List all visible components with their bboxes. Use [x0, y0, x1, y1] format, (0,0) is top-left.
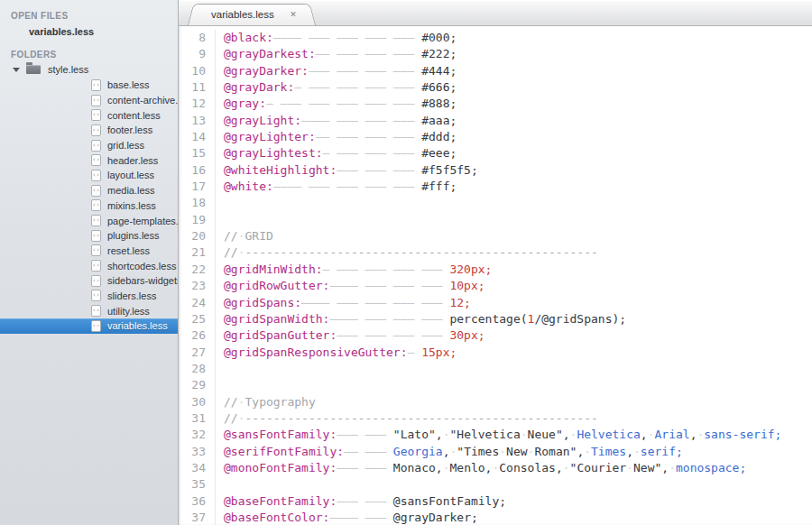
line-content: @gridRowGutter:–——— ——— ——— ——— 10px; [224, 278, 485, 294]
sidebar-file-sliders-less[interactable]: ‹›sliders.less [0, 289, 178, 304]
sidebar-file-utility-less[interactable]: ‹›utility.less [0, 303, 178, 318]
code-line-25[interactable]: 25@gridSpanWidth:–——— ——— ——— ——— percen… [179, 311, 812, 327]
code-line-13[interactable]: 13@grayLight:–——— ——— ——— ——— #aaa; [179, 113, 812, 129]
code-line-36[interactable]: 36@baseFontFamily:——— ——— @sansFontFamil… [179, 493, 812, 510]
sidebar-file-plugins-less[interactable]: ‹›plugins.less [0, 228, 178, 244]
tab-variables-less[interactable]: variables.less ✕ [198, 4, 305, 25]
code-line-22[interactable]: 22@gridMinWidth:— ——— ——— ——— ——— 320px; [179, 262, 812, 278]
code-line-21[interactable]: 21//·-----------------------------------… [179, 244, 812, 261]
code-line-15[interactable]: 15@grayLightest:— ——— ——— ——— #eee; [179, 145, 812, 161]
code-line-19[interactable]: 19 [179, 212, 812, 228]
folder-file-list: ‹›base.less‹›content-archive.less‹›conte… [0, 78, 178, 334]
line-number: 36 [179, 493, 216, 510]
code-line-11[interactable]: 11@grayDark:— ——— ——— ——— ——— #666; [179, 79, 812, 96]
sidebar-file-header-less[interactable]: ‹›header.less [0, 152, 178, 168]
code-line-30[interactable]: 30//·Typography [179, 394, 812, 410]
file-name: shortcodes.less [107, 261, 176, 272]
file-icon: ‹› [91, 124, 101, 136]
sidebar-file-media-less[interactable]: ‹›media.less [0, 183, 178, 198]
file-name: layout.less [107, 170, 154, 180]
sidebar: OPEN FILES variables.less FOLDERS style.… [0, 0, 179, 525]
line-number: 19 [179, 212, 216, 228]
sidebar-file-grid-less[interactable]: ‹›grid.less [0, 138, 178, 153]
file-icon: ‹› [91, 275, 101, 287]
line-content: @gridMinWidth:— ——— ——— ——— ——— 320px; [224, 262, 492, 278]
line-number: 32 [179, 427, 216, 443]
line-number: 23 [179, 278, 216, 294]
line-number: 20 [179, 228, 216, 244]
code-line-37[interactable]: 37@baseFontColor:–——— ——— @grayDarker; [179, 510, 812, 525]
code-line-23[interactable]: 23@gridRowGutter:–——— ——— ——— ——— 10px; [179, 278, 812, 294]
code-line-35[interactable]: 35 [179, 476, 812, 493]
line-content: @grayDarker:——— ——— ——— ——— #444; [224, 63, 457, 79]
folder-row-style-less[interactable]: style.less [0, 61, 178, 78]
line-number: 34 [179, 460, 216, 476]
folder-icon [26, 65, 41, 74]
folder-label: style.less [48, 64, 88, 75]
line-content: @grayLightest:— ——— ——— ——— #eee; [224, 145, 457, 161]
file-name: content.less [107, 110, 161, 121]
line-number: 22 [179, 262, 216, 278]
line-number: 21 [179, 244, 216, 261]
code-line-34[interactable]: 34@monoFontFamily:——— ——— Monaco,·Menlo,… [179, 460, 812, 476]
line-number: 25 [179, 311, 216, 327]
file-icon: ‹› [91, 320, 101, 332]
tab-close-icon[interactable]: ✕ [290, 5, 297, 25]
code-line-32[interactable]: 32@sansFontFamily:——— ——— "Lato",·"Helve… [179, 427, 812, 443]
code-line-9[interactable]: 9@grayDarkest:—— ——— ——— ——— #222; [179, 46, 812, 62]
sidebar-file-variables-less[interactable]: ‹›variables.less [0, 318, 178, 334]
sidebar-file-layout-less[interactable]: ‹›layout.less [0, 168, 178, 183]
sidebar-file-content-archive-less[interactable]: ‹›content-archive.less [0, 93, 178, 108]
disclosure-triangle-icon[interactable] [13, 68, 20, 72]
code-line-24[interactable]: 24@gridSpans:–——— ——— ——— ——— ——— 12; [179, 295, 812, 311]
line-number: 37 [179, 510, 216, 525]
code-line-29[interactable]: 29 [179, 377, 812, 393]
file-name: footer.less [107, 124, 152, 135]
code-line-26[interactable]: 26@gridSpanGutter:——— ——— ——— ——— 30px; [179, 327, 812, 344]
sidebar-file-footer-less[interactable]: ‹›footer.less [0, 123, 178, 138]
code-line-28[interactable]: 28 [179, 361, 812, 377]
code-line-12[interactable]: 12@gray:— ——— ——— ——— ——— ——— #888; [179, 96, 812, 112]
line-number: 17 [179, 179, 216, 195]
line-content: @grayDarkest:—— ——— ——— ——— #222; [224, 46, 457, 62]
code-line-27[interactable]: 27@gridSpanResponsiveGutter:— 15px; [179, 345, 812, 361]
code-line-20[interactable]: 20//·GRID [179, 228, 812, 244]
sidebar-file-mixins-less[interactable]: ‹›mixins.less [0, 198, 178, 214]
code-line-10[interactable]: 10@grayDarker:——— ——— ——— ——— #444; [179, 63, 812, 79]
code-line-17[interactable]: 17@white:–——— ——— ——— ——— ——— #fff; [179, 179, 812, 195]
sidebar-file-sidebars-widgets-less[interactable]: ‹›sidebars-widgets.less [0, 273, 178, 289]
code-line-14[interactable]: 14@grayLighter:—— ——— ——— ——— #ddd; [179, 129, 812, 145]
file-icon: ‹› [91, 230, 101, 242]
file-icon: ‹› [91, 79, 101, 91]
sidebar-file-base-less[interactable]: ‹›base.less [0, 78, 178, 93]
line-number: 33 [179, 444, 216, 460]
file-name: content-archive.less [107, 95, 179, 106]
sidebar-file-page-templates-less[interactable]: ‹›page-templates.less [0, 213, 178, 228]
line-content: @baseFontFamily:——— ——— @sansFontFamily; [224, 493, 506, 510]
line-number: 26 [179, 327, 216, 344]
line-content: @serifFontFamily:—— ——— Georgia,·"Times·… [224, 444, 683, 460]
folders-header: FOLDERS [0, 41, 178, 61]
file-icon: ‹› [91, 305, 101, 317]
line-number: 12 [179, 96, 216, 112]
line-content: @gridSpanWidth:–——— ——— ——— ——— percenta… [224, 311, 626, 327]
code-line-31[interactable]: 31//·-----------------------------------… [179, 410, 812, 427]
sidebar-file-reset-less[interactable]: ‹›reset.less [0, 244, 178, 259]
line-number: 13 [179, 113, 216, 129]
file-icon: ‹› [91, 260, 101, 272]
line-content: @white:–——— ——— ——— ——— ——— #fff; [224, 179, 457, 195]
file-name: sliders.less [107, 290, 156, 301]
code-line-16[interactable]: 16@whiteHighlight:——— ——— ——— #f5f5f5; [179, 162, 812, 179]
sidebar-file-shortcodes-less[interactable]: ‹›shortcodes.less [0, 258, 178, 273]
line-number: 15 [179, 145, 216, 161]
code-line-18[interactable]: 18 [179, 195, 812, 211]
line-content: //·GRID [224, 228, 273, 244]
open-file-item-variables-less[interactable]: variables.less [0, 23, 178, 41]
code-line-33[interactable]: 33@serifFontFamily:—— ——— Georgia,·"Time… [179, 444, 812, 460]
file-name: sidebars-widgets.less [107, 275, 179, 286]
code-line-8[interactable]: 8@black:–——— ——— ——— ——— ——— #000; [179, 30, 812, 46]
file-icon: ‹› [91, 109, 101, 121]
sidebar-file-content-less[interactable]: ‹›content.less [0, 107, 178, 123]
code-area[interactable]: 8@black:–——— ——— ——— ——— ——— #000;9@gray… [179, 26, 812, 525]
file-icon: ‹› [91, 154, 101, 166]
